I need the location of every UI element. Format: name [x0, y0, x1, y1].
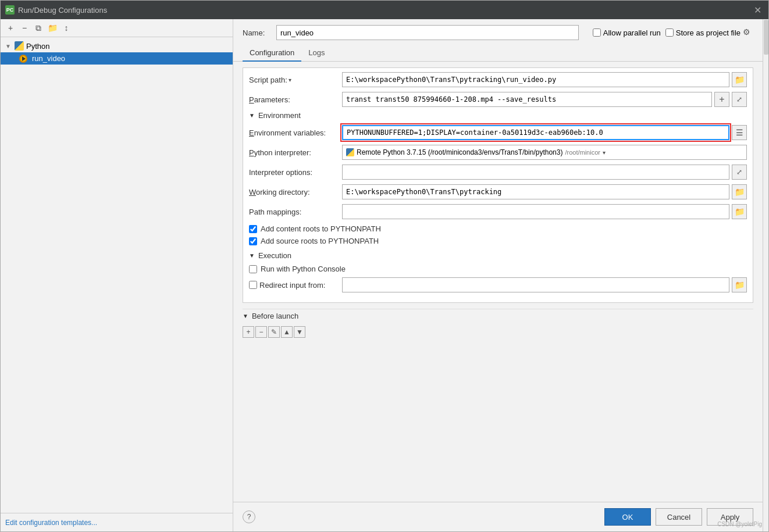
- interpreter-dropdown[interactable]: Remote Python 3.7.15 (/root/miniconda3/e…: [342, 145, 747, 160]
- add-content-roots-label: Add content roots to PYTHONPATH: [261, 224, 381, 233]
- interpreter-extra: /root/minicor: [565, 149, 600, 156]
- script-path-browse-button[interactable]: 📁: [732, 72, 747, 87]
- environment-label: Environment: [258, 111, 301, 120]
- before-launch-label: Before launch: [252, 312, 298, 320]
- gear-icon[interactable]: ⚙: [743, 27, 753, 38]
- path-mappings-label: Path mappings:: [249, 208, 342, 216]
- before-launch-add-button[interactable]: +: [243, 326, 254, 338]
- redirect-input-checkbox[interactable]: [249, 281, 257, 289]
- title-bar: PC Run/Debug Configurations ✕: [1, 1, 768, 19]
- before-launch-edit-button[interactable]: ✎: [268, 326, 280, 338]
- watermark: CSDN @yoletPig: [717, 521, 762, 527]
- add-source-roots-label: Add source roots to PYTHONPATH: [261, 237, 379, 245]
- working-dir-input[interactable]: [342, 184, 729, 199]
- python-interpreter-field: Remote Python 3.7.15 (/root/miniconda3/e…: [342, 145, 747, 160]
- parameters-expand-button[interactable]: ⤢: [732, 92, 747, 107]
- execution-toggle[interactable]: ▼: [249, 252, 255, 259]
- allow-parallel-checkbox[interactable]: [593, 28, 601, 37]
- path-mappings-input[interactable]: [342, 204, 729, 219]
- tree-run-video[interactable]: run_video: [1, 52, 233, 65]
- working-dir-browse-button[interactable]: 📁: [732, 184, 747, 199]
- before-launch-down-button[interactable]: ▼: [294, 326, 305, 338]
- copy-config-button[interactable]: ⧉: [32, 22, 45, 34]
- before-launch-header: ▼ Before launch: [243, 309, 753, 324]
- bottom-bar: ? OK Cancel Apply: [233, 502, 763, 531]
- env-vars-input[interactable]: [342, 125, 729, 140]
- name-input[interactable]: [276, 25, 579, 40]
- app-icon: PC: [5, 5, 15, 15]
- ok-button[interactable]: OK: [604, 508, 651, 526]
- sort-button[interactable]: ↕: [60, 22, 73, 34]
- environment-section-header: ▼ Environment: [249, 111, 747, 120]
- run-console-row: Run with Python Console: [249, 265, 747, 273]
- interpreter-options-expand-button[interactable]: ⤢: [732, 165, 747, 180]
- scrollbar-thumb: [764, 20, 768, 55]
- parameters-add-button[interactable]: +: [714, 92, 729, 107]
- left-panel: + − ⧉ 📁 ↕ ▼ Python run_video: [1, 19, 233, 531]
- interpreter-options-input[interactable]: [342, 165, 729, 180]
- tab-configuration[interactable]: Configuration: [243, 45, 301, 62]
- left-toolbar: + − ⧉ 📁 ↕: [1, 19, 233, 37]
- environment-toggle[interactable]: ▼: [249, 112, 255, 119]
- script-path-caret: ▾: [289, 77, 291, 83]
- run-video-label: run_video: [32, 54, 65, 63]
- store-project-row: Store as project file ⚙: [665, 27, 753, 38]
- env-vars-label: Environment variables:: [249, 128, 342, 137]
- redirect-input-field: 📁: [342, 277, 747, 292]
- interpreter-options-field: ⤢: [342, 165, 747, 180]
- tabs-row: Configuration Logs: [233, 45, 763, 62]
- python-group-icon: [15, 41, 24, 51]
- tree-python-group[interactable]: ▼ Python: [1, 40, 233, 52]
- script-path-input[interactable]: [342, 72, 729, 87]
- before-launch-remove-button[interactable]: −: [255, 326, 267, 338]
- add-config-button[interactable]: +: [4, 22, 17, 34]
- add-source-roots-checkbox[interactable]: [249, 237, 257, 245]
- interpreter-options-label: Interpreter options:: [249, 168, 342, 177]
- edit-templates-link[interactable]: Edit configuration templates...: [5, 519, 97, 527]
- dialog-title: Run/Debug Configurations: [18, 6, 747, 15]
- remove-config-button[interactable]: −: [18, 22, 31, 34]
- run-console-checkbox[interactable]: [249, 265, 257, 273]
- add-source-roots-row: Add source roots to PYTHONPATH: [249, 237, 747, 245]
- add-content-roots-checkbox[interactable]: [249, 225, 257, 233]
- parameters-field: + ⤢: [342, 92, 747, 107]
- redirect-input-row: Redirect input from: 📁: [249, 277, 747, 293]
- tab-logs[interactable]: Logs: [301, 45, 332, 62]
- working-dir-label: Working directory:: [249, 188, 342, 197]
- execution-section-header: ▼ Execution: [249, 251, 747, 260]
- form-area: Script path: ▾ 📁 PParameters:arameters: [233, 62, 763, 502]
- parallel-run-row: Allow parallel run: [593, 28, 661, 37]
- help-button[interactable]: ?: [243, 510, 255, 523]
- redirect-input-input[interactable]: [342, 277, 729, 292]
- parameters-label: PParameters:arameters:: [249, 95, 342, 104]
- interpreter-arrow: ▾: [603, 149, 606, 156]
- env-vars-browse-button[interactable]: ☰: [732, 125, 747, 140]
- before-launch-toggle[interactable]: ▼: [243, 313, 248, 319]
- close-button[interactable]: ✕: [751, 3, 764, 16]
- script-path-label: Script path: ▾: [249, 76, 342, 84]
- run-console-label: Run with Python Console: [261, 265, 346, 273]
- interpreter-options-row: Interpreter options: ⤢: [249, 164, 747, 180]
- interpreter-text: Remote Python 3.7.15 (/root/miniconda3/e…: [357, 148, 562, 156]
- path-mappings-browse-button[interactable]: 📁: [732, 204, 747, 219]
- cancel-button[interactable]: Cancel: [656, 508, 702, 526]
- store-project-checkbox[interactable]: [665, 28, 674, 37]
- path-mappings-row: Path mappings: 📁: [249, 203, 747, 220]
- before-launch-up-button[interactable]: ▲: [281, 326, 293, 338]
- working-dir-field: 📁: [342, 184, 747, 199]
- parameters-row: PParameters:arameters: + ⤢: [249, 91, 747, 108]
- expand-icon: ▼: [5, 43, 12, 49]
- folder-button[interactable]: 📁: [46, 22, 59, 34]
- parameters-input[interactable]: [342, 92, 712, 107]
- redirect-input-browse-button[interactable]: 📁: [732, 277, 747, 292]
- env-vars-row: Environment variables: ☰: [249, 124, 747, 141]
- config-tree: ▼ Python run_video: [1, 37, 233, 513]
- working-dir-row: Working directory: 📁: [249, 184, 747, 200]
- python-group-label: Python: [26, 42, 49, 51]
- env-vars-field: ☰: [342, 125, 747, 140]
- add-content-roots-row: Add content roots to PYTHONPATH: [249, 224, 747, 233]
- before-launch-toolbar: + − ✎ ▲ ▼: [243, 326, 753, 338]
- left-bottom: Edit configuration templates...: [1, 513, 233, 531]
- right-scrollbar[interactable]: [763, 19, 768, 531]
- store-project-label: Store as project file: [676, 28, 740, 37]
